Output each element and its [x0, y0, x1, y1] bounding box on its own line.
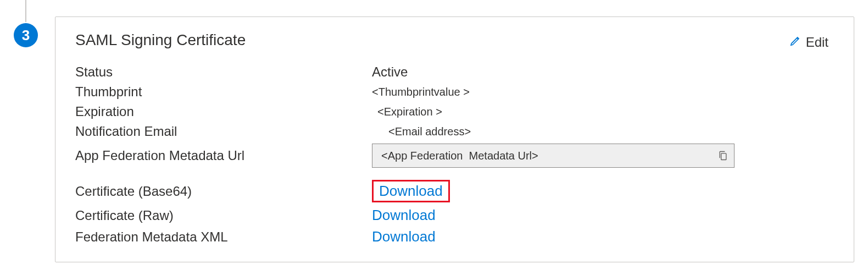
- status-value: Active: [372, 64, 834, 80]
- step-connector-line: [25, 0, 26, 22]
- cert-raw-value: Download: [372, 207, 834, 224]
- svg-rect-0: [721, 153, 726, 160]
- download-cert-raw-link[interactable]: Download: [372, 207, 436, 223]
- pencil-icon: [789, 35, 802, 50]
- expiration-value: <Expiration >: [372, 106, 834, 118]
- copy-icon[interactable]: [717, 150, 728, 162]
- card-header: SAML Signing Certificate Edit: [75, 31, 834, 64]
- notification-email-value: <Email address>: [372, 125, 834, 138]
- expiration-label: Expiration: [75, 104, 372, 119]
- spacer: [75, 172, 834, 175]
- cert-base64-value: Download: [372, 180, 834, 202]
- download-fed-xml-link[interactable]: Download: [372, 228, 436, 245]
- thumbprint-label: Thumbprint: [75, 84, 372, 100]
- metadata-url-input[interactable]: [380, 149, 717, 163]
- metadata-url-label: App Federation Metadata Url: [75, 148, 372, 163]
- step-number-badge: 3: [14, 23, 38, 47]
- cert-base64-label: Certificate (Base64): [75, 184, 372, 199]
- notification-email-label: Notification Email: [75, 124, 372, 139]
- metadata-url-field: [372, 144, 735, 168]
- edit-button-label: Edit: [806, 35, 828, 50]
- download-cert-base64-link[interactable]: Download: [372, 180, 450, 202]
- cert-raw-label: Certificate (Raw): [75, 208, 372, 223]
- step-number: 3: [22, 27, 30, 44]
- thumbprint-value: <Thumbprintvalue >: [372, 86, 834, 98]
- field-rows: Status Active Thumbprint <Thumbprintvalu…: [75, 64, 834, 245]
- status-label: Status: [75, 64, 372, 80]
- fed-xml-value: Download: [372, 228, 834, 245]
- card-title: SAML Signing Certificate: [75, 31, 246, 49]
- saml-signing-certificate-card: SAML Signing Certificate Edit Status Act…: [55, 16, 854, 262]
- edit-button[interactable]: Edit: [784, 31, 834, 53]
- fed-xml-label: Federation Metadata XML: [75, 229, 372, 245]
- metadata-url-field-wrapper: [372, 144, 834, 168]
